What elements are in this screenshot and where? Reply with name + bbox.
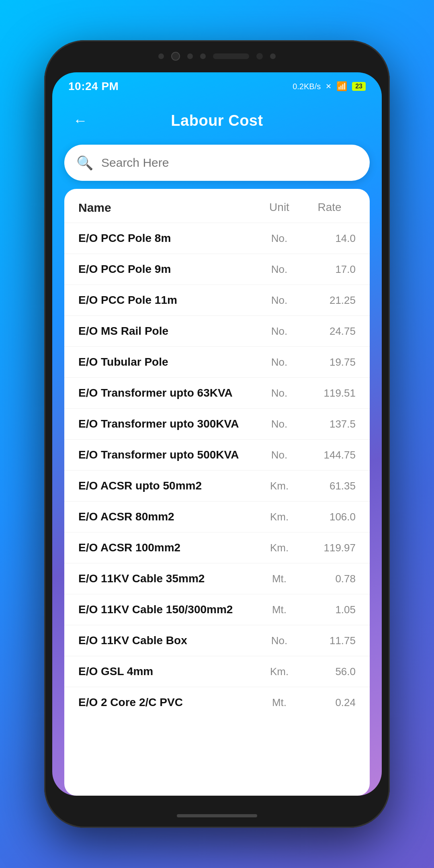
page-title: Labour Cost xyxy=(171,112,263,129)
cell-unit: No. xyxy=(255,263,303,276)
labour-cost-table: Name Unit Rate E/O PCC Pole 8mNo.14.0E/O… xyxy=(64,189,370,796)
cell-name: E/O MS Rail Pole xyxy=(78,325,255,338)
table-row[interactable]: E/O PCC Pole 8mNo.14.0 xyxy=(64,223,370,254)
cell-unit: Km. xyxy=(255,542,303,554)
cell-name: E/O Transformer upto 300KVA xyxy=(78,418,255,430)
cell-unit: No. xyxy=(255,325,303,338)
dot-2 xyxy=(187,53,193,59)
table-row[interactable]: E/O MS Rail PoleNo.24.75 xyxy=(64,316,370,347)
cell-unit: Km. xyxy=(255,665,303,678)
cell-name: E/O 11KV Cable Box xyxy=(78,634,255,647)
col-unit-header: Unit xyxy=(255,201,303,215)
search-input[interactable] xyxy=(101,156,358,170)
wifi-icon: 📶 xyxy=(336,81,347,92)
search-bar[interactable]: 🔍 xyxy=(64,145,370,181)
table-row[interactable]: E/O 11KV Cable 35mm2Mt.0.78 xyxy=(64,563,370,594)
cell-name: E/O PCC Pole 8m xyxy=(78,232,255,245)
table-row[interactable]: E/O 2 Core 2/C PVCMt.0.24 xyxy=(64,687,370,718)
phone-frame: 10:24 PM 0.2KB/s ✕ 📶 23 ← Labour Cost 🔍 … xyxy=(44,40,390,828)
cell-name: E/O 11KV Cable 150/300mm2 xyxy=(78,603,255,616)
cell-rate: 0.78 xyxy=(303,573,356,585)
cell-name: E/O 2 Core 2/C PVC xyxy=(78,696,255,709)
cell-unit: Mt. xyxy=(255,604,303,616)
cell-rate: 119.97 xyxy=(303,542,356,554)
status-bar: 10:24 PM 0.2KB/s ✕ 📶 23 xyxy=(52,72,382,100)
home-indicator xyxy=(177,814,257,817)
table-body: E/O PCC Pole 8mNo.14.0E/O PCC Pole 9mNo.… xyxy=(64,223,370,796)
status-icons: 0.2KB/s ✕ 📶 23 xyxy=(293,81,366,92)
cell-rate: 11.75 xyxy=(303,635,356,647)
table-header: Name Unit Rate xyxy=(64,189,370,223)
col-name-header: Name xyxy=(78,201,255,215)
cell-rate: 21.25 xyxy=(303,294,356,307)
table-row[interactable]: E/O 11KV Cable 150/300mm2Mt.1.05 xyxy=(64,594,370,625)
cell-name: E/O GSL 4mm xyxy=(78,665,255,678)
cell-rate: 1.05 xyxy=(303,604,356,616)
cell-rate: 19.75 xyxy=(303,356,356,368)
cell-unit: Km. xyxy=(255,480,303,492)
cell-unit: No. xyxy=(255,449,303,461)
status-time: 10:24 PM xyxy=(68,80,119,93)
table-row[interactable]: E/O 11KV Cable BoxNo.11.75 xyxy=(64,625,370,656)
cell-unit: No. xyxy=(255,387,303,399)
cell-name: E/O Tubular Pole xyxy=(78,356,255,368)
camera-dots xyxy=(158,52,276,61)
cell-rate: 144.75 xyxy=(303,449,356,461)
x-icon: ✕ xyxy=(326,82,332,91)
phone-top-hardware xyxy=(44,40,390,72)
cell-name: E/O Transformer upto 63KVA xyxy=(78,387,255,399)
cell-unit: Mt. xyxy=(255,696,303,709)
cell-rate: 61.35 xyxy=(303,480,356,492)
cell-rate: 24.75 xyxy=(303,325,356,338)
cell-unit: No. xyxy=(255,356,303,368)
cell-name: E/O ACSR 80mm2 xyxy=(78,510,255,523)
table-row[interactable]: E/O Tubular PoleNo.19.75 xyxy=(64,347,370,378)
cell-name: E/O Transformer upto 500KVA xyxy=(78,448,255,461)
camera-lens xyxy=(171,52,180,61)
cell-rate: 14.0 xyxy=(303,232,356,245)
cell-rate: 17.0 xyxy=(303,263,356,276)
table-row[interactable]: E/O Transformer upto 300KVANo.137.5 xyxy=(64,409,370,440)
cell-rate: 0.24 xyxy=(303,696,356,709)
network-speed: 0.2KB/s xyxy=(293,82,321,91)
cell-name: E/O ACSR 100mm2 xyxy=(78,541,255,554)
phone-bottom xyxy=(177,804,257,828)
cell-rate: 106.0 xyxy=(303,511,356,523)
table-row[interactable]: E/O ACSR 80mm2Km.106.0 xyxy=(64,502,370,532)
table-row[interactable]: E/O GSL 4mmKm.56.0 xyxy=(64,656,370,687)
table-row[interactable]: E/O ACSR upto 50mm2Km.61.35 xyxy=(64,471,370,502)
battery-indicator: 23 xyxy=(352,82,366,91)
cell-name: E/O 11KV Cable 35mm2 xyxy=(78,572,255,585)
cell-rate: 119.51 xyxy=(303,387,356,399)
cell-name: E/O ACSR upto 50mm2 xyxy=(78,479,255,492)
cell-unit: Km. xyxy=(255,511,303,523)
phone-screen: 10:24 PM 0.2KB/s ✕ 📶 23 ← Labour Cost 🔍 … xyxy=(52,72,382,796)
dot-4 xyxy=(270,53,276,59)
speaker xyxy=(213,53,249,59)
cell-rate: 56.0 xyxy=(303,665,356,678)
dot-3 xyxy=(200,53,206,59)
cell-unit: No. xyxy=(255,418,303,430)
cell-unit: Mt. xyxy=(255,573,303,585)
cell-name: E/O PCC Pole 11m xyxy=(78,294,255,307)
table-row[interactable]: E/O PCC Pole 11mNo.21.25 xyxy=(64,285,370,316)
table-row[interactable]: E/O PCC Pole 9mNo.17.0 xyxy=(64,254,370,285)
cell-unit: No. xyxy=(255,294,303,307)
search-icon: 🔍 xyxy=(76,155,93,171)
cell-unit: No. xyxy=(255,232,303,245)
col-rate-header: Rate xyxy=(303,201,356,215)
back-button[interactable]: ← xyxy=(68,108,92,133)
dot-1 xyxy=(158,53,164,59)
sensor-1 xyxy=(256,53,263,59)
app-header: ← Labour Cost xyxy=(52,100,382,141)
cell-name: E/O PCC Pole 9m xyxy=(78,263,255,276)
cell-rate: 137.5 xyxy=(303,418,356,430)
cell-unit: No. xyxy=(255,635,303,647)
table-row[interactable]: E/O Transformer upto 500KVANo.144.75 xyxy=(64,440,370,471)
table-row[interactable]: E/O Transformer upto 63KVANo.119.51 xyxy=(64,378,370,409)
table-row[interactable]: E/O ACSR 100mm2Km.119.97 xyxy=(64,532,370,563)
